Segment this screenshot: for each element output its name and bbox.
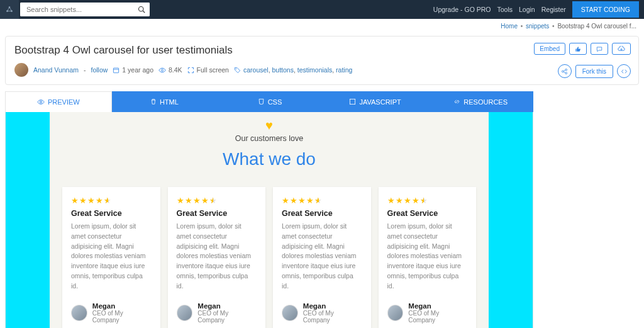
svg-line-4 <box>143 11 145 13</box>
search-container <box>20 3 150 16</box>
link-icon <box>453 98 460 105</box>
site-logo[interactable] <box>0 0 19 19</box>
breadcrumb-current: Bootstrap 4 Owl carousel f... <box>557 23 636 30</box>
code-icon <box>621 68 628 75</box>
card-body: Lorem ipsum, dolor sit amet consectetur … <box>71 222 152 291</box>
card-title: Great Service <box>387 209 468 218</box>
eye-icon <box>158 67 166 74</box>
person-name: Megan <box>197 302 257 310</box>
person-name: Megan <box>408 302 467 310</box>
search-button[interactable] <box>133 3 150 16</box>
nav-right: Upgrade - GO PRO Tools Login Register ST… <box>433 1 644 18</box>
tab-html[interactable]: HTML <box>112 91 218 112</box>
nav-login[interactable]: Login <box>519 6 535 13</box>
nav-tools[interactable]: Tools <box>497 6 513 13</box>
tab-bar: PREVIEW HTML CSS JAVASCRIPT RESOURCES <box>5 91 533 112</box>
svg-point-10 <box>565 69 567 71</box>
follow-link[interactable]: follow <box>91 66 108 74</box>
js-icon <box>349 98 356 105</box>
meta-tags: carousel, buttons, testimonials, rating <box>234 66 352 74</box>
tag-link[interactable]: testimonials <box>297 66 332 74</box>
card-body: Lorem ipsum, dolor sit amet consectetur … <box>387 222 468 291</box>
nav-register[interactable]: Register <box>541 6 566 13</box>
meta-time: 1 year ago <box>113 66 153 74</box>
svg-point-11 <box>565 72 567 74</box>
card-footer: MeganCEO of My Company <box>282 302 362 324</box>
tag-icon <box>234 67 241 74</box>
tag-link[interactable]: rating <box>336 66 352 74</box>
fullscreen-label: Full screen <box>197 66 229 74</box>
top-nav: Upgrade - GO PRO Tools Login Register ST… <box>0 0 644 19</box>
rating-stars: ★★★★★ <box>177 196 257 205</box>
breadcrumb-home[interactable]: Home <box>501 23 518 30</box>
breadcrumb-sep: • <box>552 23 555 30</box>
meta-sep: - <box>84 66 86 74</box>
testimonial-card: ★★★★★Great ServiceLorem ipsum, dolor sit… <box>379 187 477 328</box>
tab-js[interactable]: JAVASCRIPT <box>323 91 428 112</box>
person-role: CEO of My Company <box>303 310 362 324</box>
share-icon <box>561 68 568 75</box>
person-name: Megan <box>303 302 362 310</box>
tab-label: RESOURCES <box>464 98 508 106</box>
css-icon <box>258 98 265 105</box>
fork-button[interactable]: Fork this <box>575 65 613 78</box>
svg-point-7 <box>161 69 163 71</box>
tab-label: CSS <box>268 98 282 106</box>
start-coding-button[interactable]: START CODING <box>572 1 639 18</box>
meta-views: 8.4K <box>158 66 182 74</box>
meta-fullscreen[interactable]: Full screen <box>187 66 229 74</box>
tag-link[interactable]: buttons <box>272 66 294 74</box>
search-input[interactable] <box>20 3 133 16</box>
meta-row: Anand Vunnam - follow 1 year ago 8.4K Fu… <box>14 63 630 77</box>
breadcrumb: Home • snippets • Bootstrap 4 Owl carous… <box>0 19 644 33</box>
breadcrumb-snippets[interactable]: snippets <box>526 23 549 30</box>
person-avatar <box>71 305 87 321</box>
svg-point-9 <box>562 71 564 72</box>
svg-rect-15 <box>350 99 355 104</box>
calendar-icon <box>113 67 119 74</box>
comment-button[interactable] <box>591 43 608 55</box>
person-role: CEO of My Company <box>197 310 257 324</box>
like-button[interactable] <box>569 43 587 55</box>
code-round-button[interactable] <box>617 64 631 78</box>
tab-css[interactable]: CSS <box>217 91 323 112</box>
top-actions: Embed <box>534 43 631 55</box>
card-footer: MeganCEO of My Company <box>71 302 152 324</box>
tab-preview[interactable]: PREVIEW <box>5 91 112 112</box>
author-avatar[interactable] <box>14 63 28 77</box>
fullscreen-icon <box>187 67 194 74</box>
svg-rect-5 <box>114 68 119 73</box>
main-container: PREVIEW HTML CSS JAVASCRIPT RESOURCES ♥ <box>5 91 639 328</box>
cloud-download-icon <box>618 46 625 52</box>
svg-point-8 <box>236 68 236 69</box>
heart-icon: ♥ <box>62 118 476 133</box>
tags-list: carousel, buttons, testimonials, rating <box>243 66 352 74</box>
tab-resources[interactable]: RESOURCES <box>428 91 533 112</box>
svg-line-13 <box>564 72 565 72</box>
card-footer: MeganCEO of My Company <box>177 302 257 324</box>
testimonial-cards: ★★★★★Great ServiceLorem ipsum, dolor sit… <box>62 187 476 328</box>
card-body: Lorem ipsum, dolor sit amet consectetur … <box>282 222 362 291</box>
search-icon <box>138 6 145 13</box>
svg-point-14 <box>40 101 42 103</box>
comment-icon <box>596 46 602 52</box>
card-title: Great Service <box>71 209 152 218</box>
download-button[interactable] <box>612 43 631 55</box>
right-sidebar <box>538 91 639 328</box>
embed-button[interactable]: Embed <box>534 43 565 55</box>
breadcrumb-sep: • <box>521 23 523 30</box>
card-footer: MeganCEO of My Company <box>387 302 468 324</box>
testimonial-card: ★★★★★Great ServiceLorem ipsum, dolor sit… <box>62 187 160 328</box>
author-name[interactable]: Anand Vunnam <box>33 66 79 74</box>
person-avatar <box>177 305 193 321</box>
views-label: 8.4K <box>169 66 182 74</box>
rating-stars: ★★★★★ <box>387 196 468 205</box>
eye-icon <box>37 99 45 105</box>
share-button[interactable] <box>558 64 572 78</box>
preview-content: ♥ Our customers love What we do ★★★★★Gre… <box>50 112 489 328</box>
nav-upgrade[interactable]: Upgrade - GO PRO <box>433 6 491 13</box>
bottom-actions: Fork this <box>558 64 631 78</box>
card-body: Lorem ipsum, dolor sit amet consectetur … <box>177 222 257 291</box>
person-role: CEO of My Company <box>92 310 152 324</box>
tag-link[interactable]: carousel <box>243 66 269 74</box>
